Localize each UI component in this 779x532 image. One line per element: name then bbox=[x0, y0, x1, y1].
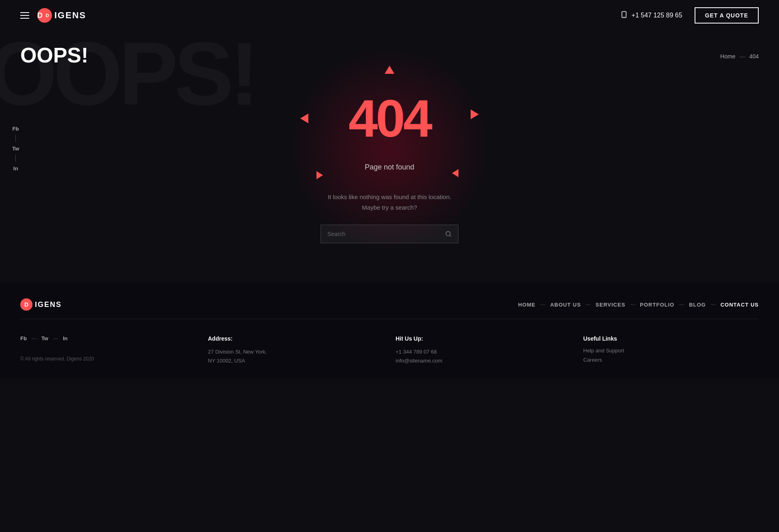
social-divider-1 bbox=[15, 135, 16, 142]
triangle-top bbox=[385, 66, 394, 74]
triangle-bottom-right bbox=[452, 169, 458, 177]
error-description-line1: It looks like nothing was found at this … bbox=[328, 192, 451, 202]
footer: D IGENS HOME — ABOUT US — SERVICES — POR… bbox=[0, 282, 779, 378]
triangle-right bbox=[471, 109, 479, 119]
footer-nav-links: HOME — ABOUT US — SERVICES — PORTFOLIO —… bbox=[518, 302, 759, 308]
footer-address-line2: NY 10002, USA bbox=[208, 356, 384, 365]
footer-nav-sep-2: — bbox=[586, 302, 591, 307]
footer-address-title: Address: bbox=[208, 335, 384, 342]
svg-text:D: D bbox=[24, 301, 28, 308]
triangle-left bbox=[300, 114, 308, 123]
header-left: D IGENS bbox=[20, 8, 86, 23]
footer-nav-home[interactable]: HOME bbox=[518, 302, 536, 308]
footer-social-section: Fb — Tw — In © All rights reserved. Dige… bbox=[20, 335, 196, 362]
footer-nav-sep-3: — bbox=[630, 302, 635, 307]
footer-nav-sep-5: — bbox=[711, 302, 716, 307]
error-description: It looks like nothing was found at this … bbox=[328, 192, 451, 212]
social-divider-2 bbox=[15, 155, 16, 162]
footer-contact-email: info@sitename.com bbox=[396, 356, 571, 365]
phone-wrapper: +1 547 125 89 65 bbox=[620, 11, 682, 20]
footer-nav-services[interactable]: SERVICES bbox=[596, 302, 626, 308]
footer-nav-sep-4: — bbox=[679, 302, 684, 307]
footer-logo-text: IGENS bbox=[35, 300, 62, 309]
footer-social-sep-1: — bbox=[32, 336, 37, 341]
footer-useful-link-careers[interactable]: Careers bbox=[583, 357, 759, 363]
triangle-container: 404 bbox=[308, 78, 471, 159]
footer-useful-links-title: Useful Links bbox=[583, 335, 759, 342]
triangle-bottom-left bbox=[316, 171, 323, 179]
breadcrumb-separator: — bbox=[740, 53, 745, 60]
footer-address-line1: 27 Division St, New York, bbox=[208, 348, 384, 356]
oops-heading: OOPS! bbox=[20, 43, 88, 67]
footer-social-tw[interactable]: Tw bbox=[41, 335, 48, 341]
footer-contact-phone: +1 344 789 07 68 bbox=[396, 348, 571, 356]
footer-social-sep-2: — bbox=[53, 336, 58, 341]
hamburger-menu[interactable] bbox=[20, 12, 29, 19]
footer-contact-title: Hit Us Up: bbox=[396, 335, 571, 342]
footer-contact: Hit Us Up: +1 344 789 07 68 info@sitenam… bbox=[396, 335, 571, 365]
footer-social-fb[interactable]: Fb bbox=[20, 335, 27, 341]
footer-nav-contact[interactable]: CONTACT US bbox=[721, 302, 759, 308]
footer-bottom: Fb — Tw — In © All rights reserved. Dige… bbox=[20, 335, 759, 366]
footer-nav-blog[interactable]: BLOG bbox=[689, 302, 706, 308]
get-quote-button[interactable]: Get A Quote bbox=[695, 7, 759, 24]
footer-nav-portfolio[interactable]: PORTFOLIO bbox=[640, 302, 674, 308]
search-input[interactable] bbox=[321, 225, 439, 243]
social-facebook[interactable]: Fb bbox=[13, 123, 19, 134]
social-linkedin[interactable]: In bbox=[13, 163, 18, 174]
footer-logo-icon: D bbox=[20, 298, 32, 311]
social-sidebar: Fb Tw In bbox=[12, 123, 19, 174]
svg-line-5 bbox=[450, 235, 451, 236]
header-right: +1 547 125 89 65 Get A Quote bbox=[620, 7, 759, 24]
footer-nav-about[interactable]: ABOUT US bbox=[550, 302, 581, 308]
search-container bbox=[321, 225, 458, 243]
error-description-line2: Maybe try a search? bbox=[328, 202, 451, 213]
phone-icon bbox=[620, 11, 628, 20]
header: D IGENS +1 547 125 89 65 Get A Quote bbox=[0, 0, 779, 31]
logo[interactable]: D IGENS bbox=[37, 8, 86, 23]
error-number: 404 bbox=[349, 92, 430, 145]
footer-logo[interactable]: D IGENS bbox=[20, 298, 62, 311]
svg-text:D: D bbox=[45, 13, 49, 18]
logo-icon: D bbox=[37, 8, 52, 23]
copyright: © All rights reserved. Digens 2020 bbox=[20, 356, 196, 362]
phone-number: +1 547 125 89 65 bbox=[632, 12, 682, 19]
logo-text: IGENS bbox=[54, 10, 86, 21]
footer-social-in[interactable]: In bbox=[63, 335, 68, 341]
footer-address: Address: 27 Division St, New York, NY 10… bbox=[208, 335, 384, 365]
footer-nav: D IGENS HOME — ABOUT US — SERVICES — POR… bbox=[20, 298, 759, 319]
hero-section: OOPS! OOPS! Home — 404 Fb Tw In 404 Page… bbox=[0, 31, 779, 266]
logo-svg: D bbox=[43, 8, 52, 23]
breadcrumb-current: 404 bbox=[749, 53, 759, 60]
center-content: 404 Page not found It looks like nothing… bbox=[308, 78, 471, 243]
search-icon bbox=[445, 231, 452, 237]
page-not-found-text: Page not found bbox=[365, 163, 414, 172]
footer-useful-links: Useful Links Help and Support Careers bbox=[583, 335, 759, 366]
breadcrumb: Home — 404 bbox=[720, 53, 759, 60]
breadcrumb-home[interactable]: Home bbox=[720, 53, 735, 60]
footer-nav-sep-1: — bbox=[540, 302, 545, 307]
search-button[interactable] bbox=[439, 226, 458, 242]
footer-useful-link-help[interactable]: Help and Support bbox=[583, 348, 759, 354]
footer-social-links: Fb — Tw — In bbox=[20, 335, 196, 341]
social-twitter[interactable]: Tw bbox=[12, 143, 19, 154]
